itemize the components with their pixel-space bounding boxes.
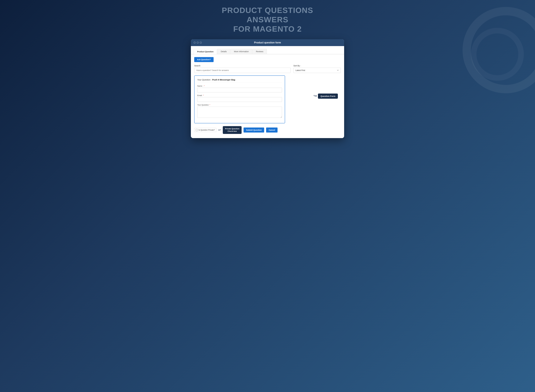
question-label: Your Question * [197, 104, 282, 106]
sort-label: Sort By : [294, 65, 341, 67]
browser-window: Product question form Product Question D… [191, 39, 344, 138]
email-required-star: * [203, 94, 204, 97]
browser-dot-1 [194, 42, 196, 44]
question-textarea[interactable] [197, 107, 282, 118]
sort-select[interactable]: Latest First Oldest First Most Answered [294, 68, 341, 73]
cancel-button[interactable]: Cancel [266, 127, 278, 132]
tab-reviews[interactable]: Reviews [252, 49, 267, 54]
email-label: Email: * [197, 94, 282, 97]
tab-more-information[interactable]: More Information [230, 49, 252, 54]
private-callout-arrow-icon: ↩ [218, 128, 221, 132]
name-label: Name : * [197, 85, 282, 87]
name-field: Name : * [197, 85, 282, 93]
ask-question-button[interactable]: Ask Question? [194, 57, 213, 62]
bottom-row: Is Question Private? ↩ Private Question … [194, 126, 341, 134]
name-required-star: * [204, 85, 205, 87]
private-question-checkbox[interactable] [196, 129, 198, 131]
name-input[interactable] [197, 88, 282, 93]
question-form-callout-badge: Question Form [318, 93, 338, 99]
submit-question-button[interactable]: Submit Question [244, 127, 264, 132]
search-sort-row: Search Sort By : Latest First Oldest Fir… [194, 65, 341, 73]
browser-dot-2 [197, 42, 199, 44]
callout-arrow-icon: ↩ [314, 93, 317, 98]
form-area: Ask Question? Search Sort By : Latest Fi… [191, 54, 344, 138]
search-input[interactable] [194, 68, 291, 73]
tabs-bar: Product Question Details More Informatio… [191, 46, 344, 54]
private-question-label[interactable]: Is Question Private? [194, 128, 216, 132]
browser-window-title: Product question form [254, 41, 281, 44]
question-form-callout: ↩ Question Form [314, 93, 338, 99]
email-input[interactable] [197, 97, 282, 102]
page-title: PRODUCT QUESTIONS ANSWERS FOR MAGENTO 2 [205, 5, 330, 34]
browser-dots [194, 42, 202, 44]
private-question-text: Is Question Private? [199, 129, 215, 131]
question-form-title: Your Question : Push It Messenger Bag [197, 79, 282, 83]
private-callout-badge: Private Question Check-box [223, 126, 241, 134]
tab-product-question[interactable]: Product Question [194, 49, 217, 54]
search-label: Search [194, 65, 291, 67]
question-form-box: Your Question : Push It Messenger Bag Na… [194, 75, 285, 123]
browser-dot-3 [200, 42, 202, 44]
search-section: Search [194, 65, 291, 73]
question-form-container: Your Question : Push It Messenger Bag Na… [194, 75, 341, 123]
browser-titlebar: Product question form [191, 39, 344, 46]
email-field: Email: * [197, 94, 282, 102]
question-field: Your Question * [197, 104, 282, 118]
sort-section: Sort By : Latest First Oldest First Most… [294, 65, 341, 73]
tab-details[interactable]: Details [217, 49, 230, 54]
question-required-star: * [209, 104, 210, 106]
browser-content: Product Question Details More Informatio… [191, 46, 344, 138]
